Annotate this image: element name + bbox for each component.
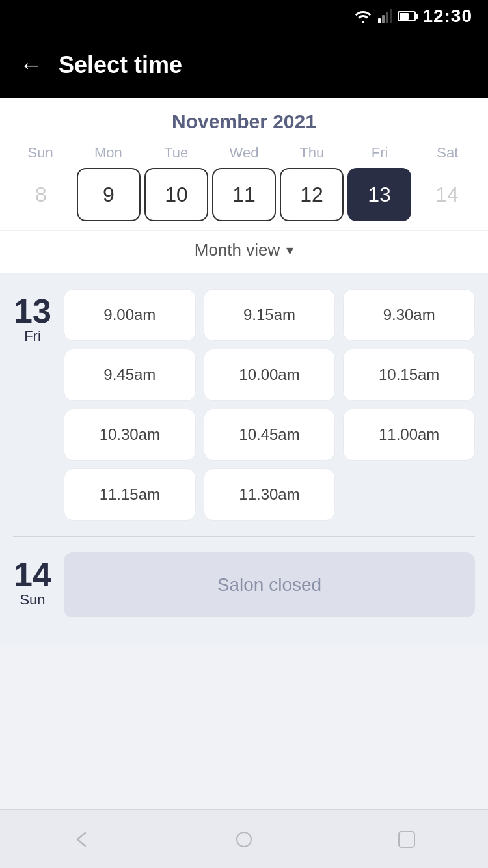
- date-cell-8: 8: [9, 168, 73, 221]
- month-view-label: Month view: [195, 240, 280, 260]
- day-header-sun: Sun: [7, 144, 74, 161]
- date-row: 891011121314: [0, 168, 488, 230]
- calendar-section: November 2021 Sun Mon Tue Wed Thu Fri Sa…: [0, 98, 488, 273]
- day-header-wed: Wed: [210, 144, 278, 161]
- day-header-sat: Sat: [414, 144, 481, 161]
- bottom-nav: [0, 809, 488, 868]
- time-slot-9-15am[interactable]: 9.15am: [204, 289, 336, 341]
- time-slot-10-30am[interactable]: 10.30am: [64, 409, 196, 461]
- slots-grid: 9.00am9.15am9.30am9.45am10.00am10.15am10…: [64, 289, 475, 521]
- time-slot-11-15am[interactable]: 11.15am: [64, 468, 196, 521]
- day-label-col-14: 14 Sun: [13, 552, 52, 617]
- time-slots-section: 13 Fri 9.00am9.15am9.30am9.45am10.00am10…: [0, 273, 488, 644]
- status-bar: 12:30: [0, 0, 488, 33]
- day-block-13: 13 Fri 9.00am9.15am9.30am9.45am10.00am10…: [13, 289, 475, 521]
- time-slot-11-00am[interactable]: 11.00am: [343, 409, 475, 461]
- battery-icon: [398, 11, 416, 21]
- nav-recent-button[interactable]: [395, 828, 418, 851]
- time-slot-9-30am[interactable]: 9.30am: [343, 289, 475, 341]
- day-number-14: 14: [14, 558, 51, 591]
- day-name-fri: Fri: [24, 328, 41, 345]
- svg-rect-2: [386, 12, 388, 23]
- svg-rect-1: [382, 15, 385, 23]
- back-button[interactable]: ←: [20, 53, 43, 77]
- nav-home-button[interactable]: [232, 828, 256, 851]
- time-slot-11-30am[interactable]: 11.30am: [204, 468, 336, 521]
- day-headers: Sun Mon Tue Wed Thu Fri Sat: [0, 144, 488, 161]
- date-cell-12[interactable]: 12: [280, 168, 344, 221]
- svg-point-4: [237, 832, 251, 847]
- status-time: 12:30: [422, 6, 472, 27]
- svg-rect-0: [378, 18, 381, 23]
- date-cell-11[interactable]: 11: [212, 168, 276, 221]
- date-cell-14: 14: [415, 168, 479, 221]
- month-view-toggle[interactable]: Month view ▾: [0, 230, 488, 273]
- date-cell-13[interactable]: 13: [347, 168, 411, 221]
- day-header-mon: Mon: [74, 144, 142, 161]
- closed-block: 14 Sun Salon closed: [13, 552, 475, 617]
- time-slot-10-45am[interactable]: 10.45am: [204, 409, 336, 461]
- month-label: November 2021: [0, 111, 488, 133]
- svg-rect-5: [399, 832, 414, 847]
- svg-rect-3: [390, 9, 392, 23]
- date-cell-9[interactable]: 9: [77, 168, 141, 221]
- time-slot-9-45am[interactable]: 9.45am: [64, 349, 196, 401]
- nav-back-button[interactable]: [70, 828, 93, 851]
- wifi-icon: [353, 9, 373, 23]
- day-header-thu: Thu: [278, 144, 346, 161]
- signal-icon: [378, 9, 392, 23]
- app-header: ← Select time: [0, 33, 488, 98]
- day-label-col-13: 13 Fri: [13, 289, 52, 521]
- time-slot-10-00am[interactable]: 10.00am: [204, 349, 336, 401]
- section-divider: [13, 536, 475, 537]
- chevron-down-icon: ▾: [286, 242, 293, 259]
- salon-closed-box: Salon closed: [64, 552, 475, 617]
- day-number-13: 13: [14, 294, 51, 328]
- time-slot-9-00am[interactable]: 9.00am: [64, 289, 196, 341]
- day-header-fri: Fri: [346, 144, 413, 161]
- status-icons: [353, 9, 416, 23]
- day-header-tue: Tue: [142, 144, 210, 161]
- page-title: Select time: [59, 51, 182, 79]
- day-name-sun: Sun: [20, 591, 45, 608]
- date-cell-10[interactable]: 10: [144, 168, 208, 221]
- time-slot-10-15am[interactable]: 10.15am: [343, 349, 475, 401]
